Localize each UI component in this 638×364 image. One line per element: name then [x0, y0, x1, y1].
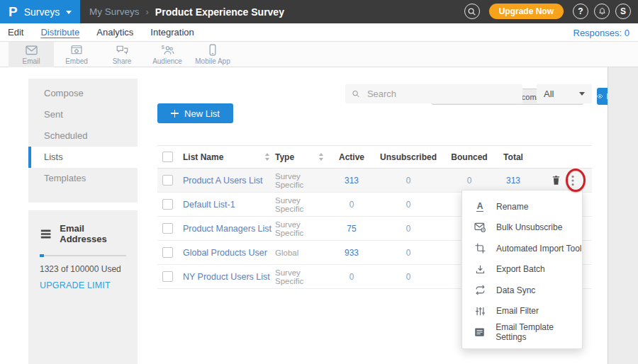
menu-item-label: Bulk Unsubscribe	[496, 222, 562, 232]
sidebar-item-scheduled[interactable]: Scheduled	[28, 125, 138, 147]
question-mark-icon: ?	[578, 6, 583, 16]
list-name-link[interactable]: Product Managers List	[183, 224, 275, 234]
row-checkbox[interactable]	[162, 223, 173, 234]
row-checkbox[interactable]	[162, 199, 173, 210]
channel-tab-mobile-app[interactable]: Mobile App	[190, 42, 235, 67]
channel-tab-share[interactable]: Share	[99, 42, 145, 67]
active-count: 933	[329, 248, 374, 258]
chevron-down-icon	[66, 11, 72, 14]
menu-item-export-batch[interactable]: Export Batch	[462, 259, 582, 280]
notifications-button[interactable]	[594, 4, 610, 19]
search-input[interactable]	[366, 88, 516, 100]
user-avatar[interactable]: S	[615, 4, 631, 19]
bounced-count: 0	[442, 176, 496, 186]
bell-icon	[598, 7, 607, 16]
list-type: Survey Specific	[275, 172, 329, 189]
channel-tab-email[interactable]: Email	[9, 42, 54, 67]
table-header-row: List Name Type Active Unsubscribed Bounc…	[157, 145, 592, 169]
email-sidebar-nav: Compose Sent Scheduled Lists Templates	[28, 79, 138, 203]
menu-item-email-filter[interactable]: Email Filter	[462, 301, 582, 322]
search-icon	[352, 89, 360, 98]
eye-icon	[597, 93, 603, 100]
menu-item-data-sync[interactable]: Data Sync	[462, 280, 582, 301]
tab-edit[interactable]: Edit	[8, 27, 23, 38]
select-all-checkbox[interactable]	[162, 152, 173, 162]
tab-distribute[interactable]: Distribute	[40, 27, 79, 38]
row-checkbox[interactable]	[162, 175, 173, 186]
list-stack-icon	[40, 229, 51, 239]
sidebar-item-templates[interactable]: Templates	[28, 168, 138, 189]
channel-tabs: Email Embed Share $ Audience Mobile App	[9, 42, 235, 67]
total-count: 313	[496, 176, 530, 186]
unsubscribed-count: 0	[374, 248, 442, 258]
email-addresses-panel: Email Addresses 1323 of 100000 Used UPGR…	[28, 210, 138, 364]
list-name-link[interactable]: Default List-1	[183, 200, 275, 210]
channel-tab-embed[interactable]: Embed	[54, 42, 99, 67]
table-row: Product A Users List Survey Specific 313…	[157, 169, 592, 193]
download-icon	[474, 263, 486, 275]
email-usage-progress	[40, 255, 126, 256]
upgrade-now-button[interactable]: Upgrade Now	[489, 4, 564, 19]
row-checkbox[interactable]	[162, 271, 173, 282]
survey-nav: Edit Distribute Analytics Integration	[0, 23, 638, 42]
tab-analytics[interactable]: Analytics	[96, 27, 133, 38]
upgrade-limit-link[interactable]: UPGRADE LIMIT	[40, 280, 126, 290]
delete-list-button[interactable]	[552, 175, 561, 186]
list-name-link[interactable]: NY Product Users List	[183, 272, 275, 282]
list-name-link[interactable]: Product A Users List	[183, 176, 275, 186]
global-search-button[interactable]	[464, 4, 480, 19]
new-list-button[interactable]: New List	[157, 103, 233, 123]
menu-item-bulk-unsubscribe[interactable]: Bulk Unsubscribe	[462, 217, 582, 239]
column-header-type[interactable]: Type	[275, 152, 329, 162]
menu-item-email-template-settings[interactable]: Email Template Settings	[462, 322, 582, 343]
email-addresses-title: Email Addresses	[60, 223, 126, 244]
unsubscribed-count: 0	[374, 272, 442, 282]
column-label: List Name	[183, 152, 223, 162]
upgrade-now-label: Upgrade Now	[499, 6, 554, 16]
list-type: Global	[275, 249, 329, 257]
list-actions-menu: A Rename Bulk Unsubscribe Automated Impo…	[461, 190, 583, 349]
column-header-list-name[interactable]: List Name	[183, 152, 275, 162]
menu-item-automated-import-tool[interactable]: Automated Import Tool	[462, 238, 582, 259]
embed-icon	[70, 45, 83, 56]
plus-icon	[171, 110, 179, 118]
email-icon	[25, 45, 38, 56]
active-count: 313	[329, 176, 374, 186]
annotation-highlight-circle	[566, 169, 586, 192]
top-header-bar: P Surveys My Surveys › Product Experienc…	[0, 0, 638, 23]
column-header-active: Active	[329, 152, 374, 162]
breadcrumb-my-surveys[interactable]: My Surveys	[89, 6, 140, 17]
template-document-icon	[474, 326, 485, 338]
sidebar-item-lists[interactable]: Lists	[28, 147, 138, 168]
menu-item-rename[interactable]: A Rename	[462, 196, 582, 217]
surveys-product-switcher[interactable]: P Surveys	[0, 0, 80, 23]
list-search-box[interactable]	[345, 84, 522, 103]
sort-icon	[319, 153, 323, 161]
new-list-label: New List	[184, 108, 220, 119]
channel-tab-label: Embed	[65, 57, 88, 65]
sidebar-item-compose[interactable]: Compose	[28, 83, 138, 104]
column-header-bounced: Bounced	[442, 152, 496, 162]
channel-tab-audience[interactable]: $ Audience	[145, 42, 190, 67]
active-count: 0	[329, 200, 374, 210]
active-count: 75	[329, 224, 374, 234]
column-header-unsubscribed: Unsubscribed	[374, 152, 442, 162]
chevron-down-icon	[579, 92, 585, 96]
tab-integration[interactable]: Integration	[150, 27, 194, 38]
filter-selected-value: All	[544, 89, 554, 99]
help-button[interactable]: ?	[573, 4, 588, 19]
header-actions: Upgrade Now ? S	[464, 4, 631, 19]
channel-tab-label: Share	[113, 57, 132, 65]
unsubscribed-count: 0	[374, 176, 442, 186]
row-checkbox[interactable]	[162, 247, 173, 258]
list-name-link[interactable]: Global Products User	[183, 248, 275, 258]
menu-item-label: Automated Import Tool	[496, 244, 582, 254]
sidebar-item-sent[interactable]: Sent	[28, 104, 138, 125]
email-addresses-header: Email Addresses	[40, 223, 126, 244]
page-title: Product Experience Survey	[155, 6, 284, 18]
responses-count[interactable]: Responses: 0	[573, 23, 630, 42]
menu-item-label: Email Filter	[496, 306, 539, 316]
filter-dropdown[interactable]: All	[537, 84, 592, 103]
list-type: Survey Specific	[275, 268, 329, 285]
active-count: 0	[329, 272, 374, 282]
